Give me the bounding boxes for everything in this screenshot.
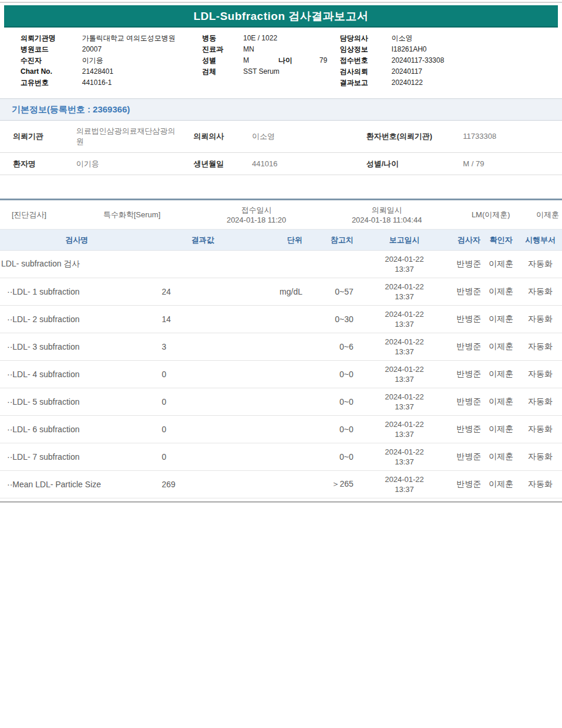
field-value: 11733308 <box>463 131 562 142</box>
cell-reference: 0~0 <box>309 425 355 434</box>
field-label: 고유번호 <box>21 77 82 88</box>
bottom-divider-line <box>0 501 562 503</box>
header-field: 성별M나이79 <box>202 55 327 66</box>
cell-result: 24 <box>154 287 252 296</box>
result-row: ··LDL- 3 subfraction30~62024-01-2213:37반… <box>0 333 562 361</box>
result-row: ··LDL- 5 subfraction00~02024-01-2213:37반… <box>0 388 562 416</box>
report-title: LDL-Subfraction 검사결과보고서 <box>4 5 558 28</box>
field-value: M <box>243 55 278 66</box>
field-label: 환자명 <box>13 159 76 169</box>
field-label: 성별 <box>202 55 243 66</box>
cell-verifier: 이제훈 <box>483 286 519 297</box>
report-time: 13:37 <box>355 264 454 274</box>
cell-report-datetime: 2024-01-2213:37 <box>355 254 454 274</box>
result-row: ··LDL- 4 subfraction00~02024-01-2213:37반… <box>0 361 562 388</box>
field-label: 접수번호 <box>340 55 391 66</box>
cell-result: 269 <box>154 480 252 489</box>
result-row: ··LDL- 2 subfraction140~302024-01-2213:3… <box>0 306 562 333</box>
cell-result: 0 <box>154 397 252 406</box>
field-value: 10E / 1022 <box>243 33 277 44</box>
cell-result: 0 <box>154 452 252 462</box>
header-field: 병원코드20007 <box>21 44 175 55</box>
cell-reference: 0~57 <box>309 287 355 296</box>
cell-report-datetime: 2024-01-2213:37 <box>355 447 454 467</box>
field-value: I18261AH0 <box>391 44 427 55</box>
field-value: 이소영 <box>391 33 413 44</box>
report-date: 2024-01-22 <box>355 419 454 429</box>
cell-department: 자동화 <box>519 259 562 269</box>
field-label: 생년월일 <box>193 159 252 169</box>
cell-verifier: 이제훈 <box>483 341 519 352</box>
top-divider-line <box>0 2 562 3</box>
basic-info-row: 환자명이기응생년월일441016성별/나이M / 79 <box>0 153 562 175</box>
cell-test-name: ··LDL- 3 subfraction <box>0 342 154 351</box>
field-value: 20240117 <box>391 66 423 77</box>
field-value: 이기응 <box>76 159 193 169</box>
cell-department: 자동화 <box>519 286 562 297</box>
cell-unit: mg/dL <box>252 287 309 296</box>
report-time: 13:37 <box>355 484 454 494</box>
header-field: 고유번호441016-1 <box>21 77 175 88</box>
field-label: 병동 <box>202 33 243 44</box>
field-label: 검사의뢰 <box>340 66 391 77</box>
cell-verifier: 이제훈 <box>483 314 519 324</box>
field-label: 성별/나이 <box>366 159 463 169</box>
cell-tester: 반병준 <box>454 286 483 297</box>
field-value: 441016 <box>252 159 366 169</box>
header-field: 수진자이기응 <box>21 55 175 66</box>
cell-reference: 0~0 <box>309 452 355 462</box>
report-date: 2024-01-22 <box>355 364 454 374</box>
col-unit: 단위 <box>252 235 309 245</box>
cell-department: 자동화 <box>519 341 562 352</box>
header-field: 접수번호20240117-33308 <box>340 55 444 66</box>
cell-report-datetime: 2024-01-2213:37 <box>355 419 454 439</box>
report-meta-row: [진단검사] 특수화학[Serum] 접수일시 2024-01-18 11:20… <box>0 200 562 230</box>
cell-test-name: LDL- subfraction 검사 <box>0 259 154 269</box>
cell-verifier: 이제훈 <box>483 479 519 490</box>
field-label: 수진자 <box>21 55 82 66</box>
basic-info-section-title: 기본정보(등록번호 : 2369366) <box>0 98 562 121</box>
field-value: SST Serum <box>243 66 280 77</box>
report-section: [진단검사] 특수화학[Serum] 접수일시 2024-01-18 11:20… <box>0 199 562 503</box>
result-row: ··LDL- 1 subfraction24mg/dL0~572024-01-2… <box>0 278 562 306</box>
cell-verifier: 이제훈 <box>483 369 519 380</box>
field-value: 이소영 <box>252 131 366 142</box>
col-result: 결과값 <box>154 235 252 245</box>
field-label: Chart No. <box>21 66 82 77</box>
cell-reference: ＞265 <box>309 479 355 490</box>
header-field: 검체SST Serum <box>202 66 327 77</box>
report-time: 13:37 <box>355 347 454 357</box>
report-date: 2024-01-22 <box>355 447 454 457</box>
header-field: 결과보고20240122 <box>340 77 444 88</box>
field-value: 의료법인삼광의료재단삼광의원 <box>76 126 179 147</box>
field-label: 검체 <box>202 66 243 77</box>
report-time: 13:37 <box>355 402 454 412</box>
field-value: 20007 <box>82 44 101 55</box>
cell-department: 자동화 <box>519 314 562 324</box>
basic-info-table: 의뢰기관의료법인삼광의료재단삼광의원의뢰의사이소영환자번호(의뢰기관)11733… <box>0 121 562 175</box>
cell-verifier: 이제훈 <box>483 424 519 435</box>
cell-department: 자동화 <box>519 369 562 380</box>
cell-report-datetime: 2024-01-2213:37 <box>355 392 454 412</box>
result-row: ··LDL- 7 subfraction00~02024-01-2213:37반… <box>0 443 562 471</box>
cell-result: 0 <box>154 370 252 379</box>
request-label: 의뢰일시 <box>325 205 448 215</box>
cell-test-name: ··LDL- 4 subfraction <box>0 370 154 379</box>
header-column-left: 의뢰기관명가톨릭대학교 여의도성모병원병원코드20007수진자이기응Chart … <box>21 33 175 88</box>
cell-tester: 반병준 <box>454 369 483 380</box>
cell-tester: 반병준 <box>454 452 483 462</box>
report-time: 13:37 <box>355 457 454 467</box>
cell-tester: 반병준 <box>454 314 483 324</box>
cell-test-name: ··LDL- 2 subfraction <box>0 315 154 324</box>
exam-category: [진단검사] <box>0 210 76 220</box>
lm-signature: LM(이제훈) <box>448 210 533 220</box>
col-report-datetime: 보고일시 <box>355 235 454 245</box>
cell-report-datetime: 2024-01-2213:37 <box>355 337 454 357</box>
header-field: 임상정보I18261AH0 <box>340 44 444 55</box>
field-label: 환자번호(의뢰기관) <box>366 131 463 142</box>
cell-tester: 반병준 <box>454 341 483 352</box>
field-label: 진료과 <box>202 44 243 55</box>
field-value: M / 79 <box>463 159 562 169</box>
field-value: MN <box>243 44 254 55</box>
field-label: 결과보고 <box>340 77 391 88</box>
